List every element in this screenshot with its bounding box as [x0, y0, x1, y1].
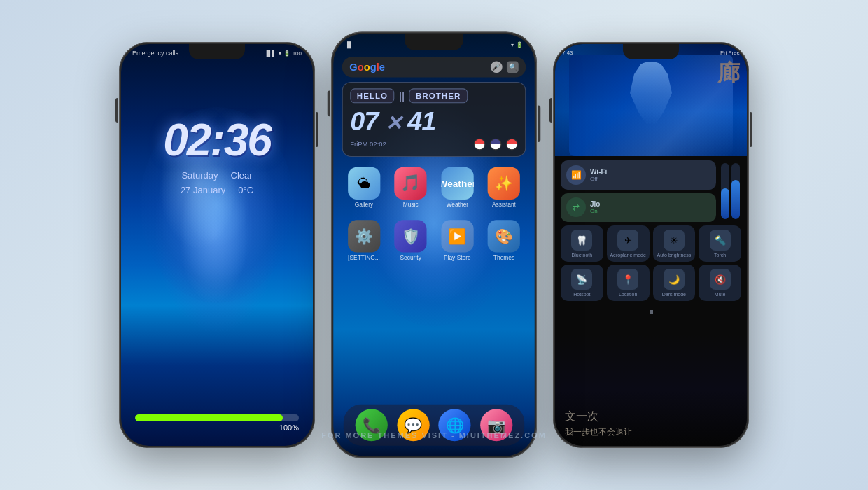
hello-badge: HELLO	[350, 88, 394, 103]
location-icon: 📍	[617, 269, 638, 290]
weather-time-text: FriPM 02:02+	[350, 141, 390, 148]
app-settings[interactable]: ⚙️ [SETTING...	[344, 220, 384, 261]
app-assistant[interactable]: ✨ Assistant	[484, 167, 524, 209]
brightness-icon: ☀	[664, 230, 685, 251]
battery-bar-fill	[135, 414, 283, 421]
date-line2: 27 January	[181, 185, 225, 195]
music-label: Music	[403, 202, 419, 208]
app-weather[interactable]: Weather Weather	[437, 167, 477, 209]
hello-brother-widget: HELLO || BROTHER 07 ✕ 41 FriPM 02:02+	[342, 82, 526, 157]
date-line1: Saturday	[181, 170, 218, 181]
weather-icon: Weather	[441, 167, 473, 200]
dark-mode-toggle[interactable]: 🌙 Dark mode	[653, 265, 696, 301]
p3-status-right: Fri Free	[720, 50, 740, 56]
assistant-label: Assistant	[492, 202, 516, 208]
airplane-icon: ✈	[617, 230, 638, 251]
torch-toggle[interactable]: 🔦 Torch	[699, 225, 741, 262]
pokeball-decorations	[474, 139, 518, 150]
phone-3: 7:43 Fri Free 廊	[553, 42, 749, 448]
battery-percent-text: 100%	[135, 424, 299, 432]
wifi-label: Wi-Fi	[590, 168, 710, 176]
quick-toggles-row2: 📡 Hotspot 📍 Location 🌙 Dark mode 🔇	[561, 265, 741, 301]
jio-status: On	[590, 208, 710, 214]
location-label: Location	[619, 292, 637, 297]
jio-label: Jio	[590, 200, 710, 208]
quick-toggles-row1: 🦷 Bluetooth ✈ Aeroplane mode ☀ Auto brig…	[561, 225, 741, 262]
bluetooth-icon: 🦷	[571, 230, 592, 251]
wifi-status: Off	[590, 176, 710, 182]
temp-text: 0°C	[238, 185, 253, 195]
emergency-calls-text: Emergency calls	[132, 50, 178, 57]
pokeball-3	[506, 139, 518, 150]
bluetooth-label: Bluetooth	[572, 253, 593, 258]
location-toggle[interactable]: 📍 Location	[607, 265, 650, 301]
page-dots	[561, 304, 741, 316]
notch-1	[189, 44, 245, 59]
voice-search-icon[interactable]: 🎤	[491, 62, 503, 74]
p3-time: 7:43	[562, 50, 573, 56]
playstore-icon: ▶️	[441, 220, 473, 252]
app-grid-row2: ⚙️ [SETTING... 🛡️ Security ▶️ Play Store…	[333, 214, 535, 267]
anime-artwork-top: 7:43 Fri Free 廊	[555, 44, 747, 156]
brightness-slider[interactable]	[721, 163, 729, 219]
assistant-icon: ✨	[488, 167, 520, 200]
control-panel: 📶 Wi-Fi Off ⇄ Jio	[555, 156, 747, 321]
app-security[interactable]: 🛡️ Security	[391, 220, 431, 261]
mute-toggle[interactable]: 🔇 Mute	[699, 265, 741, 301]
hotspot-icon: 📡	[571, 269, 592, 290]
jio-tile[interactable]: ⇄ Jio On	[561, 193, 716, 223]
app-music[interactable]: 🎵 Music	[391, 167, 431, 209]
battery-icon: 🔋	[284, 50, 290, 57]
security-label: Security	[400, 255, 421, 261]
app-playstore[interactable]: ▶️ Play Store	[437, 220, 477, 261]
mute-label: Mute	[715, 292, 726, 297]
phone-2: ▐▌ ▾ 🔋 Google 🎤 🔍 HELLO ||	[331, 32, 537, 458]
notch-3	[623, 44, 679, 59]
torch-icon: 🔦	[710, 230, 731, 251]
themes-icon: 🎨	[488, 220, 520, 252]
app-themes[interactable]: 🎨 Themes	[484, 220, 524, 261]
music-icon: 🎵	[395, 167, 427, 200]
battery-bar-outer	[135, 414, 299, 421]
pokeball-2	[490, 139, 502, 150]
airplane-label: Aeroplane mode	[610, 253, 645, 258]
pokeball-1	[474, 139, 486, 150]
wifi-tile[interactable]: 📶 Wi-Fi Off	[561, 160, 716, 190]
anime-artwork-bottom: 文一次 我一步也不会退让	[555, 334, 747, 446]
volume-slider[interactable]	[732, 163, 740, 219]
themes-label: Themes	[493, 255, 514, 261]
hotspot-label: Hotspot	[573, 292, 590, 297]
battery-bar-container: 100%	[135, 414, 299, 432]
torch-label: Torch	[714, 253, 726, 258]
search-bar[interactable]: Google 🎤 🔍	[342, 57, 526, 77]
google-logo: Google	[349, 62, 385, 74]
brother-badge: BROTHER	[409, 88, 467, 103]
anime-chinese-text: 文一次 我一步也不会退让	[565, 407, 632, 439]
separator: ||	[399, 90, 405, 102]
condition-text: Clear	[231, 170, 253, 181]
gallery-label: Gallery	[355, 202, 374, 208]
gallery-icon: 🌥	[348, 167, 380, 200]
weather-label: Weather	[447, 202, 469, 208]
jio-icon: ⇄	[566, 197, 586, 217]
app-gallery[interactable]: 🌥 Gallery	[344, 167, 384, 209]
status-icons-1: ▐▌▌ ▾ 🔋 100	[265, 50, 302, 57]
airplane-toggle[interactable]: ✈ Aeroplane mode	[607, 225, 650, 262]
phone-1: Emergency calls ▐▌▌ ▾ 🔋 100 02:36 Saturd…	[119, 42, 315, 448]
playstore-label: Play Store	[444, 255, 471, 261]
brightness-label: Auto brightness	[657, 253, 692, 258]
sliders-group	[720, 160, 741, 222]
dark-mode-label: Dark mode	[662, 292, 686, 297]
security-icon: 🛡️	[395, 220, 427, 252]
page-watermark: FOR MORE THEMES VISIT - MIUITHEMEZ.COM	[321, 431, 547, 440]
auto-brightness-toggle[interactable]: ☀ Auto brightness	[653, 225, 696, 262]
bluetooth-toggle[interactable]: 🦷 Bluetooth	[561, 225, 603, 262]
wifi-icon: 📶	[566, 165, 586, 185]
settings-label: [SETTING...	[348, 255, 380, 261]
hotspot-toggle[interactable]: 📡 Hotspot	[561, 265, 603, 301]
mute-icon: 🔇	[710, 269, 731, 290]
notch-2	[405, 34, 463, 50]
settings-icon: ⚙️	[348, 220, 380, 252]
lens-icon[interactable]: 🔍	[507, 62, 519, 74]
dark-mode-icon: 🌙	[664, 269, 685, 290]
